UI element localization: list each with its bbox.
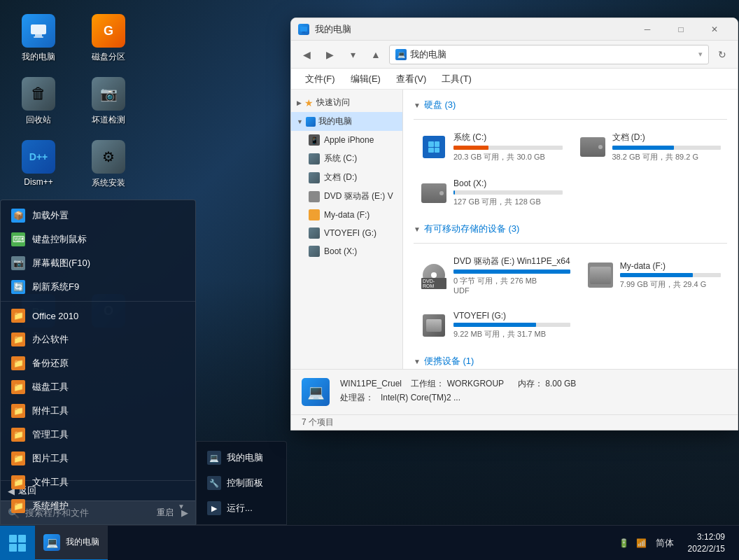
main-content: ▼ 硬盘 (3) [403,90,738,369]
sidebar-boot-x[interactable]: Boot (X:) [291,242,402,260]
sidebar-drive-c[interactable]: 系统 (C:) [291,149,402,168]
hard-disk-title: 硬盘 (3) [424,99,456,111]
sys-install-icon: ⚙ [92,140,125,174]
desktop-icon-bad-sector[interactable]: 📷 坏道检测 [84,77,133,126]
desktop-icon-recycle[interactable]: 🗑 回收站 [14,77,63,126]
close-btn[interactable]: ✕ [698,18,731,41]
sidebar-apple-iphone[interactable]: 📱 Apple iPhone [291,131,402,149]
drive-x-info: Boot (X:) 127 GB 可用，共 128 GB [453,178,563,207]
dvd-e-space: 0 字节 可用，共 276 MB [453,276,570,286]
nav-forward-btn[interactable]: ▶ [320,45,339,64]
sidebar-vtoyefi-g[interactable]: VTOYEFI (G:) [291,224,402,242]
sidebar-my-computer[interactable]: ▼ 我的电脑 [291,112,402,131]
menu-edit[interactable]: 编辑(E) [344,70,388,88]
dvd-e-icon: DVD-ROM [420,262,448,288]
menu-file[interactable]: 文件(F) [298,70,342,88]
sm-my-computer-label: 我的电脑 [227,451,263,464]
sm-addon-label: 附件工具 [32,405,69,417]
sm-item-refresh[interactable]: 🔄 刷新系统F9 [1,275,195,299]
drive-c-sidebar-label: 系统 (C:) [324,153,357,164]
sm-file-label: 文件工具 [32,476,69,489]
address-path[interactable]: 💻 我的电脑 ▾ [389,45,709,64]
desktop-icon-my-computer[interactable]: 我的电脑 [14,14,63,63]
sidebar: ▶ ★ 快速访问 ▼ 我的电脑 📱 Apple iPhone 系统 (C:) [291,90,403,369]
sm-item-sys-maintain[interactable]: 📁 系统维护 ▼ [1,494,195,518]
nav-up-btn[interactable]: ▲ [366,45,386,64]
drive-c-icon [420,134,448,160]
sm-item-addon-tools[interactable]: 📁 附件工具 [1,399,195,423]
vtoy-g-name: VTOYEFI (G:) [453,311,570,321]
menu-tools[interactable]: 工具(T) [435,70,479,88]
my-computer-icon [22,14,55,48]
dvd-e-item[interactable]: DVD-ROM DVD 驱动器 (E:) Win11PE_x64 0 字节 可用… [414,249,577,301]
vtoy-g-bar-container [453,323,570,327]
dism-icon: D++ [22,140,55,174]
sm-item-office2010[interactable]: 📁 Office 2010 [1,304,195,328]
drive-x-name: Boot (X:) [453,178,563,188]
sm-item-image-tools[interactable]: 📁 图片工具 [1,447,195,470]
sm-sys-maintain-icon: 📁 [11,499,25,513]
start-menu: 📦 加载外置 ⌨ 键盘控制鼠标 📷 屏幕截图(F10) 🔄 刷新系统F9 📁 O… [0,200,196,525]
sidebar-mydata-f[interactable]: My-data (F:) [291,206,402,224]
sm-office2010-label: Office 2010 [32,311,78,321]
sm-item-load-plugins[interactable]: 📦 加载外置 [1,204,195,227]
hard-disk-header[interactable]: ▼ 硬盘 (3) [410,97,731,113]
sm-item-office-software[interactable]: 📁 办公软件 [1,328,195,351]
sidebar-drive-d[interactable]: 文档 (D:) [291,168,402,187]
refresh-btn[interactable]: ↻ [712,45,732,64]
path-icon: 💻 [395,49,407,60]
drive-x-item[interactable]: Boot (X:) 127 GB 可用，共 128 GB [414,172,569,214]
mydata-f-bar-container [620,273,721,277]
sm-item-disk-tools[interactable]: 📁 磁盘工具 [1,375,195,399]
drive-x-icon [420,181,448,206]
desktop-icon-dism[interactable]: D++ Dism++ [14,140,63,189]
sidebar-quick-access[interactable]: ▶ ★ 快速访问 [291,93,402,112]
sm-control-panel[interactable]: 🔧 控制面板 [197,470,286,496]
path-dropdown[interactable]: ▾ [698,50,703,59]
desktop-icon-sys-install[interactable]: ⚙ 系统安装 [84,140,133,189]
removable-header[interactable]: ▼ 有可移动存储的设备 (3) [410,220,731,237]
mydata-f-name: My-data (F:) [620,261,721,271]
sm-item-backup[interactable]: 📁 备份还原 [1,351,195,375]
taskbar-my-computer[interactable]: 💻 我的电脑 [35,526,108,561]
minimize-btn[interactable]: ─ [631,18,663,41]
sm-backup-label: 备份还原 [32,357,69,370]
tray-language[interactable]: 简体 [652,537,677,550]
sm-office-software-label: 办公软件 [32,333,69,346]
removable-divider [414,243,727,244]
vtoy-g-item[interactable]: VTOYEFI (G:) 9.22 MB 可用，共 31.7 MB [414,304,577,346]
nav-dropdown-btn[interactable]: ▾ [343,45,363,64]
menu-view[interactable]: 查看(V) [389,70,433,88]
sidebar-dvd-e[interactable]: DVD 驱动器 (E:) V [291,187,402,206]
sm-refresh-icon: 🔄 [11,280,25,294]
vtoy-g-icon [420,313,448,338]
nav-back-btn[interactable]: ◀ [297,45,316,64]
sm-load-icon: 📦 [11,209,25,223]
drive-x-space: 127 GB 可用，共 128 GB [453,197,563,207]
sm-item-keyboard[interactable]: ⌨ 键盘控制鼠标 [1,227,195,251]
desktop-icon-disk[interactable]: G 磁盘分区 [84,14,133,63]
drive-d-item[interactable]: 文档 (D:) 38.2 GB 可用，共 89.2 G [572,125,728,169]
hard-disk-section: ▼ 硬盘 (3) [410,97,731,214]
sm-item-screenshot[interactable]: 📷 屏幕截图(F10) [1,251,195,275]
win-logo-tr [18,535,26,542]
status-line-1: WIN11PE_Cruel 工作组： WORKGROUP 内存： 8.00 GB [340,378,727,390]
sm-item-file-tools[interactable]: 📁 文件工具 [1,470,195,494]
sm-my-computer[interactable]: 💻 我的电脑 [197,445,286,470]
start-button[interactable] [0,526,35,561]
mydata-f-item[interactable]: My-data (F:) 7.99 GB 可用，共 29.4 G [580,249,727,301]
maximize-btn[interactable]: □ [665,18,697,41]
sm-item-manage-tools[interactable]: 📁 管理工具 [1,423,195,447]
mydata-sidebar-icon [309,209,320,220]
drive-c-item[interactable]: 系统 (C:) 20.3 GB 可用，共 30.0 GB [414,125,569,169]
sm-refresh-label: 刷新系统F9 [32,281,79,293]
portable-header[interactable]: ▼ 便携设备 (1) [410,353,731,369]
sm-run[interactable]: ▶ 运行... [197,496,286,521]
apple-sidebar-icon: 📱 [309,134,320,146]
vtoy-g-space: 9.22 MB 可用，共 31.7 MB [453,329,570,340]
sm-addon-icon: 📁 [11,404,25,418]
sm-keyboard-icon: ⌨ [11,232,25,246]
explorer-body: ▶ ★ 快速访问 ▼ 我的电脑 📱 Apple iPhone 系统 (C:) [291,90,738,369]
computer-name: WIN11PE_Cruel [340,379,402,388]
item-count-bar: 7 个项目 [291,414,738,430]
